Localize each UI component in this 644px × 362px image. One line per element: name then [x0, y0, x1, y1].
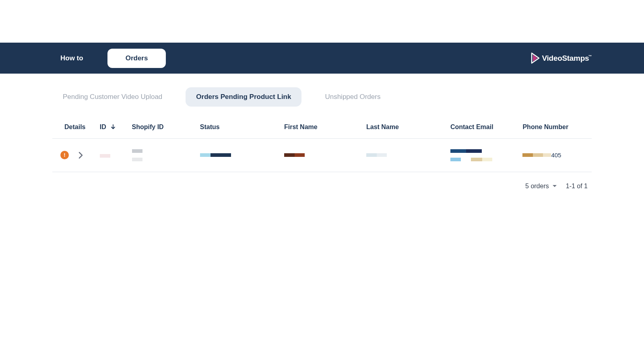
cell-phone: 405	[519, 138, 592, 172]
redacted-value	[132, 149, 142, 153]
redacted-value	[295, 153, 305, 157]
redacted-value	[366, 153, 377, 157]
redacted-value	[471, 158, 482, 161]
phone-suffix: 405	[551, 152, 561, 158]
th-status[interactable]: Status	[197, 117, 281, 138]
chevron-right-icon[interactable]	[78, 152, 83, 159]
cell-status	[197, 138, 281, 172]
th-details[interactable]: Details	[52, 117, 97, 138]
cell-email	[447, 138, 520, 172]
redacted-value	[132, 158, 142, 161]
th-phone[interactable]: Phone Number	[519, 117, 592, 138]
subtab-unshipped[interactable]: Unshipped Orders	[314, 87, 391, 107]
cell-shopify	[129, 138, 197, 172]
subtab-pending-link[interactable]: Orders Pending Product Link	[186, 87, 301, 107]
play-icon	[531, 51, 540, 65]
th-email[interactable]: Contact Email	[447, 117, 520, 138]
primary-nav: How to Orders	[52, 49, 166, 68]
cell-id	[97, 138, 129, 172]
redacted-value	[533, 153, 543, 157]
subtab-pending-upload[interactable]: Pending Customer Video Upload	[52, 87, 173, 107]
redacted-value	[450, 149, 466, 153]
sub-tabs: Pending Customer Video Upload Orders Pen…	[52, 87, 592, 107]
table-footer: 5 orders 1-1 of 1	[52, 172, 592, 190]
header-bar: How to Orders VideoStamps™	[0, 43, 644, 74]
redacted-value	[466, 149, 482, 153]
cell-last	[363, 138, 447, 172]
cell-details: !	[52, 138, 97, 172]
brand-logo: VideoStamps™	[531, 51, 592, 65]
redacted-value	[377, 153, 387, 157]
brand-name: VideoStamps™	[542, 54, 592, 63]
redacted-value	[522, 153, 533, 157]
sort-desc-icon	[110, 124, 116, 131]
th-first[interactable]: First Name	[281, 117, 363, 138]
redacted-value	[450, 158, 461, 161]
top-spacer	[0, 0, 644, 43]
nav-tab-orders[interactable]: Orders	[107, 49, 166, 68]
redacted-value	[100, 154, 110, 158]
nav-tab-howto[interactable]: How to	[52, 49, 91, 68]
alert-icon: !	[60, 151, 69, 159]
orders-table: Details ID Shopify ID Status First Name …	[52, 117, 592, 172]
redacted-value	[543, 153, 551, 157]
main-content: Pending Customer Video Upload Orders Pen…	[0, 74, 644, 190]
th-shopify[interactable]: Shopify ID	[129, 117, 197, 138]
th-last[interactable]: Last Name	[363, 117, 447, 138]
th-id[interactable]: ID	[97, 117, 129, 138]
cell-first	[281, 138, 363, 172]
redacted-value	[211, 153, 231, 157]
redacted-value	[200, 153, 211, 157]
page-size-selector[interactable]: 5 orders	[525, 183, 557, 190]
orders-table-wrapper: Details ID Shopify ID Status First Name …	[52, 117, 592, 190]
caret-down-icon	[552, 185, 557, 188]
redacted-value	[284, 153, 295, 157]
page-range: 1-1 of 1	[566, 183, 588, 190]
table-row: !	[52, 138, 592, 172]
redacted-value	[482, 158, 492, 161]
